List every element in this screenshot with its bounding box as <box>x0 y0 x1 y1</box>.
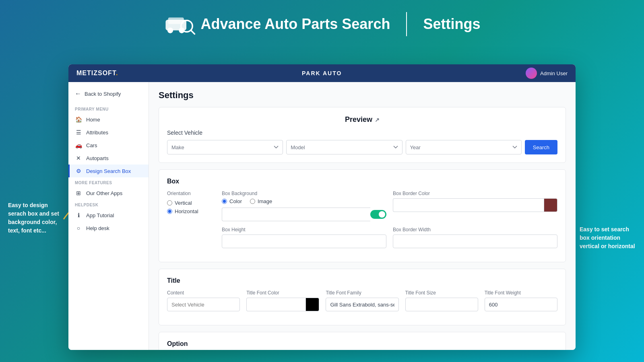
orientation-group: Orientation Vertical Horizontal <box>167 191 215 214</box>
external-link-icon[interactable]: ↗ <box>375 117 380 123</box>
title-section-title: Title <box>167 277 557 284</box>
header-subtitle: Settings <box>423 16 480 33</box>
box-border-width-group: Box Border Width 0 <box>393 227 557 248</box>
title-font-color-swatch[interactable] <box>305 298 319 311</box>
sidebar-item-home[interactable]: 🏠 Home <box>68 113 149 126</box>
horizontal-radio-label[interactable]: Horizontal <box>167 208 215 214</box>
model-select[interactable]: Model <box>286 140 402 154</box>
app-layout: ← Back to Shopify PRIMARY MENU 🏠 Home ☰ … <box>68 82 576 350</box>
sidebar-item-app-tutorial-label: App Tutorial <box>86 212 114 218</box>
bg-color-input-group: #ffffff <box>222 208 386 221</box>
sidebar-item-design-search-box-label: Design Search Box <box>86 168 131 174</box>
topbar-user: Admin User <box>526 68 568 79</box>
cars-icon: 🚗 <box>75 142 82 148</box>
help-desk-icon: ○ <box>75 225 82 231</box>
sidebar-item-autoparts[interactable]: ✕ Autoparts <box>68 152 149 165</box>
vertical-radio[interactable] <box>167 200 172 206</box>
search-button[interactable]: Search <box>525 140 557 154</box>
orientation-label: Orientation <box>167 191 215 196</box>
sidebar-item-cars-label: Cars <box>86 142 97 148</box>
option-section-card: Option Option Font Family Gill Sans Extr… <box>159 332 566 350</box>
sidebar-item-help-desk-label: Help desk <box>86 225 109 231</box>
bg-color-input[interactable]: #ffffff <box>222 208 370 221</box>
option-section-title: Option <box>167 340 557 348</box>
title-font-size-label: Title Font Size <box>405 290 478 296</box>
our-other-apps-icon: ⊞ <box>75 190 82 196</box>
main-content: Settings Preview ↗ Select Vehicle Make M… <box>149 82 576 350</box>
user-avatar <box>526 68 537 79</box>
horizontal-radio[interactable] <box>167 209 172 214</box>
title-font-color-input[interactable]: #000000 <box>246 298 305 311</box>
page-title: Settings <box>159 90 566 101</box>
orientation-radio-group: Vertical Horizontal <box>167 198 215 214</box>
design-search-box-icon: ⚙ <box>75 168 82 174</box>
title-font-weight-group: Title Font Weight 600 <box>485 290 557 311</box>
make-select[interactable]: Make <box>167 140 283 154</box>
svg-line-5 <box>191 31 194 34</box>
horizontal-radio-text: Horizontal <box>175 208 198 214</box>
vertical-radio-text: Vertical <box>175 200 192 206</box>
title-content-label: Content <box>167 290 240 296</box>
sidebar-item-our-other-apps-label: Our Other Apps <box>86 190 122 196</box>
color-radio[interactable] <box>222 199 227 204</box>
vehicle-selects: Make Model Year Search <box>167 140 557 154</box>
sidebar-item-attributes-label: Attributes <box>86 130 108 136</box>
topbar-store: PARK AUTO <box>302 70 342 76</box>
header-divider <box>406 12 407 36</box>
color-radio-text: Color <box>229 198 242 204</box>
title-font-weight-select[interactable]: 600 <box>485 298 557 311</box>
attributes-icon: ☰ <box>75 129 82 136</box>
image-radio-text: Image <box>258 198 272 204</box>
vertical-radio-label[interactable]: Vertical <box>167 200 215 206</box>
title-font-color-input-group: #000000 <box>246 298 319 311</box>
back-arrow-icon: ← <box>75 90 81 97</box>
sidebar-item-app-tutorial[interactable]: ℹ App Tutorial <box>68 209 149 222</box>
svg-point-2 <box>167 27 173 33</box>
sidebar-item-cars[interactable]: 🚗 Cars <box>68 139 149 152</box>
box-height-group: Box Height 80 <box>222 227 386 248</box>
app-tutorial-icon: ℹ <box>75 212 82 218</box>
box-section-card: Box Orientation Vertical Horizon <box>159 169 566 262</box>
title-content-input[interactable] <box>167 298 240 311</box>
sidebar-item-autoparts-label: Autoparts <box>86 155 109 161</box>
box-border-color-input[interactable]: #782e2e <box>393 198 544 212</box>
title-font-color-label: Title Font Color <box>246 290 319 296</box>
sidebar-item-help-desk[interactable]: ○ Help desk <box>68 222 149 234</box>
helpdesk-label: HELPDESK <box>68 200 149 209</box>
sidebar-item-design-search-box[interactable]: ⚙ Design Search Box <box>68 165 149 177</box>
box-background-group: Box Background Color Image <box>222 191 386 221</box>
box-form-row-2: Box Height 80 Box Border Width 0 <box>167 227 557 248</box>
title-font-weight-label: Title Font Weight <box>485 290 557 296</box>
more-features-label: MORE FEATURES <box>68 177 149 187</box>
bg-color-toggle[interactable] <box>370 210 386 219</box>
image-radio-label[interactable]: Image <box>250 198 272 204</box>
app-window: METIZSOFT. PARK AUTO Admin User ← Back t… <box>68 64 576 350</box>
topbar-logo: METIZSOFT. <box>76 70 118 77</box>
year-select[interactable]: Year <box>406 140 522 154</box>
back-link-label: Back to Shopify <box>85 91 121 97</box>
header-title: Advance Auto Parts Search <box>201 16 390 33</box>
callout-left: Easy to design serach box and set backgr… <box>8 201 60 235</box>
title-font-size-group: Title Font Size 20 <box>405 290 478 311</box>
preview-title: Preview ↗ <box>167 115 557 124</box>
header-logo-area: Advance Auto Parts Search <box>164 12 390 36</box>
image-radio[interactable] <box>250 199 255 204</box>
title-font-family-group: Title Font Family Gill Sans Extrabold, s… <box>326 290 398 311</box>
back-to-shopify-link[interactable]: ← Back to Shopify <box>68 87 149 101</box>
title-font-family-select[interactable]: Gill Sans Extrabold, sans-serif <box>326 298 398 311</box>
box-border-color-label: Box Border Color <box>393 191 557 196</box>
callout-right: Easy to set search box orientation verti… <box>580 225 636 251</box>
title-font-size-input[interactable]: 20 <box>405 298 478 311</box>
topbar-username: Admin User <box>540 70 568 76</box>
topbar: METIZSOFT. PARK AUTO Admin User <box>68 64 576 82</box>
box-height-input[interactable]: 80 <box>222 234 386 248</box>
color-radio-label[interactable]: Color <box>222 198 242 204</box>
sidebar-item-attributes[interactable]: ☰ Attributes <box>68 126 149 139</box>
box-border-width-input[interactable]: 0 <box>393 234 557 248</box>
title-content-group: Content <box>167 290 240 311</box>
select-vehicle-label: Select Vehicle <box>167 130 557 136</box>
sidebar-item-our-other-apps[interactable]: ⊞ Our Other Apps <box>68 187 149 200</box>
primary-menu-label: PRIMARY MENU <box>68 104 149 113</box>
car-search-icon <box>164 12 196 36</box>
box-border-color-swatch[interactable] <box>544 198 557 212</box>
